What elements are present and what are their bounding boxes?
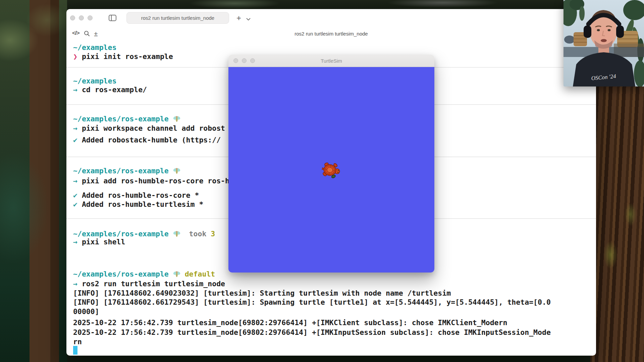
terminal-line: 2025-10-22 17:56:42.739 turtlesim_node[6…: [73, 318, 507, 327]
terminal-line: ~/examples: [73, 43, 116, 52]
terminal-line: ~/examples: [73, 76, 116, 86]
turtlesim-title-bar[interactable]: TurtleSim: [228, 55, 434, 67]
wallpaper-top-canopy: [67, 0, 590, 10]
window-title: ros2 run turtlesim turtlesim_node: [66, 31, 596, 37]
terminal-line: ❯ pixi init ros-example: [73, 52, 173, 61]
terminal-line: rn: [73, 337, 82, 347]
chevron-down-icon[interactable]: [246, 16, 251, 22]
terminal-cursor: [73, 346, 77, 355]
terminal-line: [INFO] [1761148602.649023032] [turtlesim…: [73, 289, 451, 298]
turtlesim-window: TurtleSim: [228, 55, 434, 273]
turtlesim-canvas: [228, 67, 434, 273]
terminal-line: ~/examples/ros-example: [73, 114, 180, 124]
terminal-line: ~/examples/ros-example default: [73, 269, 215, 279]
terminal-line: → cd ros-example/: [73, 85, 147, 95]
terminal-line: ~/examples/ros-example: [73, 166, 180, 176]
terminal-line: ✔ Added ros-humble-turtlesim *: [73, 200, 203, 209]
terminal-toolbar: </> ± ros2 run turtlesim turtlesim_node: [66, 28, 596, 41]
terminal-line: [INFO] [1761148602.661729543] [turtlesim…: [73, 298, 551, 307]
zoom-window-button[interactable]: [88, 15, 93, 20]
fairy-emoji: [173, 230, 180, 238]
terminal-line: 2025-10-22 17:56:42.739 turtlesim_node[6…: [73, 328, 551, 337]
terminal-line: → pixi workspace channel add robost: [73, 124, 225, 133]
desktop: ~/examples❯ pixi init ros-example~/examp…: [0, 0, 644, 362]
tab-label: ros2 run turtlesim turtlesim_node: [141, 15, 214, 21]
terminal-line: 00000]: [73, 307, 99, 316]
webcam-video: OSCon '24: [564, 0, 644, 86]
terminal-line: → pixi shell: [73, 237, 125, 247]
terminal-line: → pixi add ros-humble-ros-core ros-h: [73, 176, 229, 186]
fairy-emoji: [173, 115, 180, 123]
turtle-sprite: [319, 159, 343, 183]
terminal-line: → ros2 run turtlesim turtlesim_node: [73, 279, 225, 289]
terminal-line: ✔ Added robostack-humble (https://: [73, 135, 221, 145]
wallpaper-left-forest: [0, 0, 67, 362]
terminal-tab-bar[interactable]: ros2 run turtlesim turtlesim_node +: [66, 9, 596, 26]
webcam-overlay[interactable]: OSCon '24: [564, 0, 644, 86]
fairy-emoji: [173, 167, 180, 175]
close-window-button[interactable]: [70, 15, 75, 20]
sidebar-toggle-icon[interactable]: [109, 15, 116, 21]
turtlesim-window-title: TurtleSim: [228, 55, 434, 67]
new-tab-button[interactable]: +: [233, 12, 244, 24]
fairy-emoji: [173, 270, 180, 278]
minimize-window-button[interactable]: [79, 15, 84, 20]
tab-ros2-run-turtlesim[interactable]: ros2 run turtlesim turtlesim_node: [126, 12, 229, 24]
terminal-line: ✔ Added ros-humble-ros-core *: [73, 191, 199, 200]
